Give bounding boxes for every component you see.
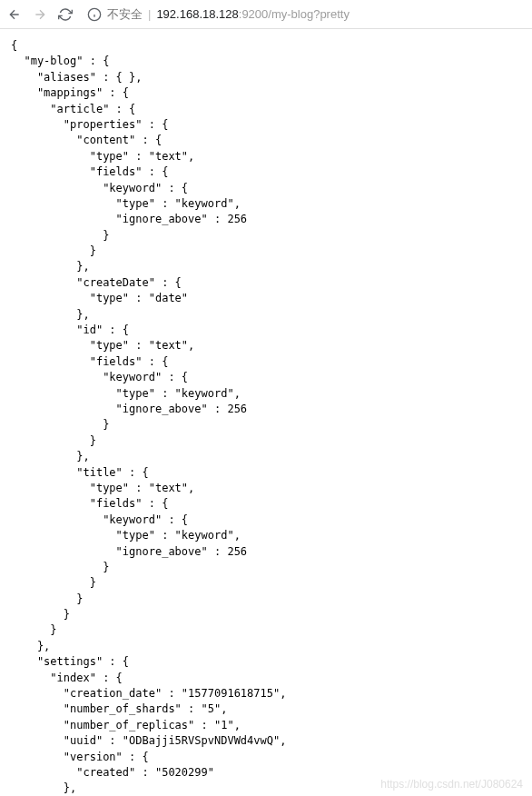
watermark: https://blog.csdn.net/J080624 <box>380 778 523 791</box>
browser-toolbar: 不安全 | 192.168.18.128:9200/my-blog?pretty <box>0 0 532 29</box>
url-path: /my-blog?pretty <box>268 7 350 21</box>
address-bar[interactable]: 不安全 | 192.168.18.128:9200/my-blog?pretty <box>82 6 527 23</box>
back-button[interactable] <box>5 5 24 24</box>
forward-button[interactable] <box>31 5 49 24</box>
security-label: 不安全 <box>107 6 143 23</box>
reload-button[interactable] <box>56 5 74 24</box>
info-icon <box>87 7 102 22</box>
url-text: 192.168.18.128:9200/my-blog?pretty <box>156 7 350 21</box>
url-host: 192.168.18.128 <box>156 7 238 21</box>
url-port: :9200 <box>239 7 269 21</box>
address-divider: | <box>148 7 151 21</box>
json-response-body: { "my-blog" : { "aliases" : { }, "mappin… <box>0 29 532 796</box>
